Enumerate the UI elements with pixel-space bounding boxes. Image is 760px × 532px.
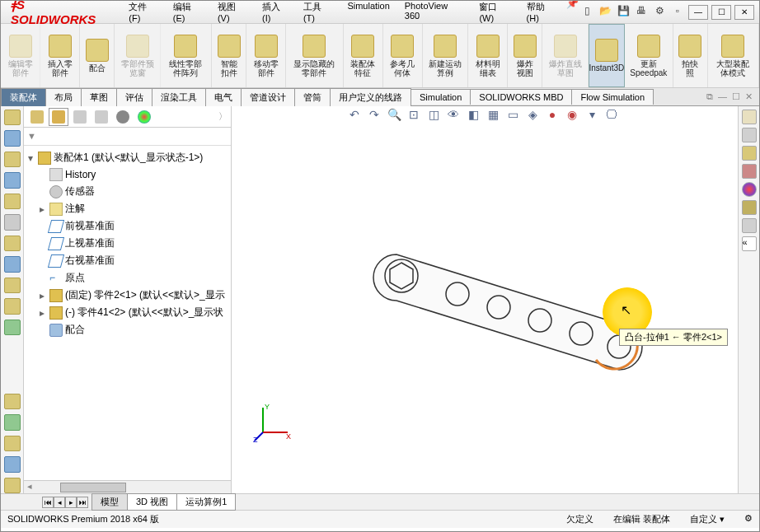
close-button[interactable]: ✕: [734, 5, 754, 20]
vtool-render-icon[interactable]: 🖵: [604, 108, 619, 123]
ribbon-1[interactable]: 插入零部件: [40, 24, 80, 87]
tree-item-2[interactable]: ▸注解: [26, 200, 229, 217]
tree-item-3[interactable]: 前视基准面: [26, 217, 229, 235]
ribbon-6[interactable]: 移动零部件: [246, 24, 286, 87]
graphics-viewport[interactable]: ↶ ↷ 🔍 ⊡ ◫ 👁 ◧ ▦ ▭ ◈ ● ◉ ▾ 🖵: [232, 106, 738, 493]
ribbon-9[interactable]: 参考几何体: [383, 24, 423, 87]
rtool-home-icon[interactable]: [742, 110, 757, 124]
tree-expand-icon[interactable]: 〉: [218, 110, 228, 123]
command-tab-3[interactable]: 评估: [116, 88, 152, 106]
ribbon-10[interactable]: 新建运动算例: [423, 24, 468, 87]
doc-max-icon[interactable]: ☐: [732, 91, 740, 102]
open-doc-icon[interactable]: 📂: [598, 5, 612, 20]
rtool-6[interactable]: [742, 200, 757, 215]
command-tab-0[interactable]: 装配体: [1, 88, 46, 106]
vtool-hide-icon[interactable]: ◈: [525, 108, 540, 123]
ltool-2[interactable]: [4, 130, 21, 146]
options-icon[interactable]: ⚙: [652, 5, 667, 20]
ribbon-2[interactable]: 配合: [80, 24, 115, 87]
menu-window[interactable]: 窗口(W): [472, 0, 518, 26]
bottom-tab-3dview[interactable]: 3D 视图: [127, 493, 177, 511]
doc-min-icon[interactable]: —: [718, 91, 727, 102]
tree-item-4[interactable]: 上视基准面: [26, 235, 229, 252]
ltool-1[interactable]: [4, 110, 21, 125]
maximize-button[interactable]: ☐: [711, 5, 731, 20]
status-gear-icon[interactable]: ⚙: [744, 513, 753, 525]
vtool-edge-icon[interactable]: ▭: [505, 108, 520, 123]
btab-last[interactable]: ⏭: [77, 497, 88, 508]
doc-restore-icon[interactable]: ⧉: [706, 91, 713, 102]
command-tab-2[interactable]: 草图: [81, 88, 117, 106]
tree-item-6[interactable]: ⌐原点: [26, 269, 229, 287]
ribbon-14[interactable]: Instant3D: [589, 24, 625, 87]
vtool-view-icon[interactable]: 👁: [446, 108, 461, 123]
tree-item-5[interactable]: 右视基准面: [26, 252, 229, 269]
bottom-tab-model[interactable]: 模型: [91, 493, 128, 511]
tree-item-9[interactable]: 配合: [26, 321, 229, 338]
ltool-14[interactable]: [4, 436, 21, 451]
vtool-appear2-icon[interactable]: ◉: [565, 108, 579, 123]
tree-tab-4[interactable]: [91, 108, 111, 126]
command-tab-6[interactable]: 管道设计: [241, 88, 295, 106]
ltool-11[interactable]: [4, 320, 21, 335]
vtool-zoom-icon[interactable]: 🔍: [387, 108, 401, 123]
menu-simulation[interactable]: Simulation: [340, 0, 396, 26]
save-icon[interactable]: 💾: [616, 5, 631, 20]
rtool-expand[interactable]: «: [742, 236, 757, 251]
funnel-icon[interactable]: ▼: [27, 131, 39, 142]
vtool-settings-icon[interactable]: ▾: [584, 108, 599, 123]
rtool-2[interactable]: [742, 128, 757, 142]
ltool-7[interactable]: [4, 236, 21, 251]
vtool-display-icon[interactable]: ◧: [466, 108, 481, 123]
status-custom[interactable]: 自定义 ▾: [690, 513, 725, 525]
command-tab-11[interactable]: Flow Simulation: [571, 89, 654, 105]
tree-tab-2[interactable]: [49, 108, 68, 126]
tree-root[interactable]: ▾ 装配体1 (默认<默认_显示状态-1>): [26, 149, 229, 166]
menu-tools[interactable]: 工具(T): [297, 0, 339, 26]
ltool-3[interactable]: [4, 152, 21, 167]
ltool-8[interactable]: [4, 256, 21, 272]
ribbon-7[interactable]: 显示隐藏的零部件: [286, 24, 343, 87]
rtool-3[interactable]: [742, 146, 757, 161]
doc-close-icon[interactable]: ✕: [745, 91, 753, 102]
ribbon-15[interactable]: 更新Speedpak: [625, 24, 673, 87]
rtool-7[interactable]: [742, 218, 757, 233]
tree-item-1[interactable]: 传感器: [26, 183, 229, 200]
vtool-redo-icon[interactable]: ↷: [367, 108, 382, 123]
ribbon-4[interactable]: 线性零部件阵列: [161, 24, 212, 87]
command-tab-10[interactable]: SOLIDWORKS MBD: [470, 89, 572, 105]
bottom-tab-motion[interactable]: 运动算例1: [176, 493, 236, 511]
ribbon-16[interactable]: 拍快照: [673, 24, 708, 87]
btab-next[interactable]: ▸: [65, 497, 77, 508]
vtool-rotate-icon[interactable]: ↶: [347, 108, 362, 123]
ribbon-11[interactable]: 材料明细表: [468, 24, 508, 87]
tree-hscroll[interactable]: ◂: [24, 480, 231, 493]
tree-tab-5[interactable]: [113, 108, 133, 126]
tree-tab-1[interactable]: [27, 108, 47, 126]
menu-photoview[interactable]: PhotoView 360: [398, 0, 471, 26]
rtool-5[interactable]: [742, 182, 757, 197]
ltool-9[interactable]: [4, 278, 21, 293]
btab-first[interactable]: ⏮: [42, 497, 54, 508]
new-doc-icon[interactable]: ▯: [579, 5, 594, 20]
ltool-10[interactable]: [4, 298, 21, 314]
ribbon-17[interactable]: 大型装配体模式: [708, 24, 759, 87]
ltool-12[interactable]: [4, 394, 21, 409]
vtool-appear-icon[interactable]: ●: [545, 108, 560, 123]
menu-file[interactable]: 文件(F): [122, 0, 164, 26]
command-tab-8[interactable]: 用户定义的线路: [330, 88, 411, 106]
ribbon-8[interactable]: 装配体特征: [344, 24, 383, 87]
tree-item-0[interactable]: History: [26, 166, 229, 183]
tree-item-7[interactable]: ▸(固定) 零件2<1> (默认<<默认>_显示: [26, 287, 229, 304]
ltool-4[interactable]: [4, 172, 21, 188]
btab-prev[interactable]: ◂: [54, 497, 65, 508]
blank-icon[interactable]: ▫: [670, 5, 685, 20]
menu-insert[interactable]: 插入(I): [256, 0, 295, 26]
menu-help[interactable]: 帮助(H): [520, 0, 564, 26]
scroll-thumb[interactable]: [60, 483, 126, 492]
tree-tab-6[interactable]: [134, 108, 154, 126]
ltool-13[interactable]: [4, 414, 21, 430]
ltool-16[interactable]: [4, 478, 21, 493]
minimize-button[interactable]: —: [688, 5, 708, 20]
ribbon-12[interactable]: 爆炸视图: [508, 24, 542, 87]
